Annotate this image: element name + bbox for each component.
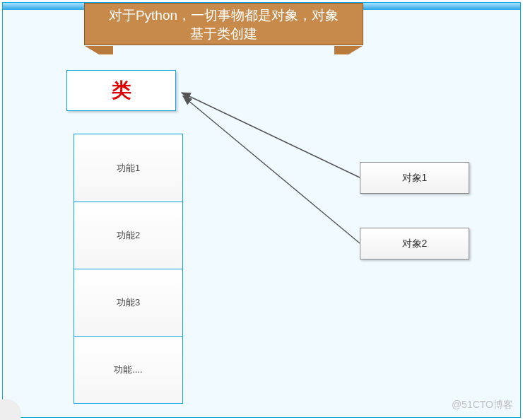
function-label: 功能2: [117, 229, 140, 242]
function-label: 功能....: [114, 363, 142, 376]
object-node-1: 对象1: [360, 162, 469, 194]
arrow-obj1-to-class: [182, 93, 360, 177]
corner-dot: [0, 399, 21, 420]
banner-ribbon-right: [334, 46, 363, 54]
function-item: 功能3: [74, 269, 182, 336]
object-node-2: 对象2: [360, 228, 469, 259]
arrow-obj2-to-class: [183, 96, 360, 243]
watermark-text: @51CTO博客: [452, 399, 513, 412]
function-list: 功能1 功能2 功能3 功能....: [74, 134, 183, 404]
title-text: 对于Python，一切事物都是对象，对象基于类创建: [109, 8, 339, 41]
function-label: 功能1: [117, 162, 140, 175]
class-node: 类: [66, 70, 176, 111]
function-item: 功能1: [74, 134, 182, 202]
title-banner: 对于Python，一切事物都是对象，对象基于类创建: [84, 3, 363, 45]
object-node-1-label: 对象1: [402, 172, 428, 185]
diagram-stage: 对于Python，一切事物都是对象，对象基于类创建 类 功能1 功能2 功能3 …: [2, 2, 521, 418]
function-label: 功能3: [117, 296, 140, 309]
banner-ribbon-left: [85, 46, 113, 54]
function-item: 功能....: [74, 336, 182, 403]
class-node-label: 类: [112, 77, 131, 104]
function-item: 功能2: [74, 202, 182, 269]
object-node-2-label: 对象2: [402, 238, 428, 250]
